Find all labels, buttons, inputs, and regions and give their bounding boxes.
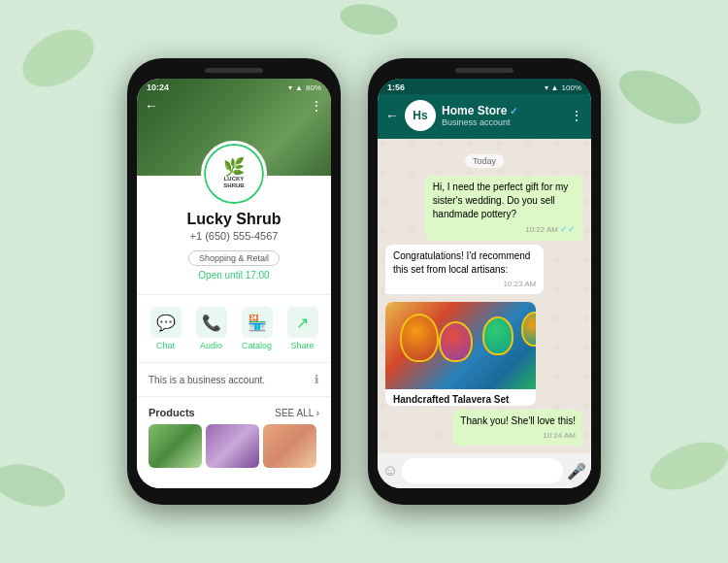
profile-circle-wrap: 🌿 LUCKYSHRUB — [201, 141, 267, 207]
chat-action-label: Chat — [156, 341, 175, 350]
svg-point-4 — [338, 0, 400, 39]
product-card-image — [385, 302, 536, 389]
outgoing-message-2-text: Thank you! She'll love this! — [460, 415, 576, 426]
product-card-title: Handcrafted Talavera Set — [393, 394, 528, 405]
svg-point-2 — [0, 457, 70, 513]
right-status-icons: ▾ ▲ 100% — [545, 83, 581, 92]
incoming-message-1: Congratulations! I'd recommend this set … — [385, 245, 544, 294]
business-name: Lucky Shrub — [137, 211, 331, 228]
pottery-1 — [400, 314, 439, 362]
chat-header-sub: Business account — [442, 117, 564, 127]
info-icon[interactable]: ℹ — [314, 373, 319, 386]
left-phone-screen: 10:24 ▾ ▲ 80% ← ⋮ 🌿 LUCKYSHRU — [137, 79, 331, 488]
left-phone: 10:24 ▾ ▲ 80% ← ⋮ 🌿 LUCKYSHRU — [127, 58, 341, 505]
business-note-text: This is a business account. — [149, 375, 265, 385]
chat-back-icon[interactable]: ← — [385, 108, 399, 123]
product-thumb-3[interactable] — [263, 424, 316, 468]
audio-action-icon: 📞 — [196, 307, 227, 338]
chat-header-info: Home Store ✓ Business account — [442, 104, 564, 127]
share-action-label: Share — [290, 341, 314, 350]
logo-text: LUCKYSHRUB — [223, 176, 244, 189]
emoji-icon[interactable]: ☺ — [382, 462, 398, 480]
action-buttons: 💬 Chat 📞 Audio 🏪 Catalog ↗ — [137, 299, 331, 358]
share-action-btn[interactable]: ↗ Share — [287, 307, 318, 350]
r-battery-label: 100% — [562, 83, 581, 92]
category-badge: Shopping & Retail — [188, 250, 280, 266]
products-header: Products SEE ALL › — [149, 407, 319, 418]
left-time: 10:24 — [147, 83, 169, 92]
chat-header-row: ← Hs Home Store ✓ Business account ⋮ — [378, 94, 591, 139]
date-badge-text: Today — [465, 154, 504, 168]
business-category: Shopping & Retail — [137, 248, 331, 266]
chat-header: 1:56 ▾ ▲ 100% ← Hs Home Store — [378, 79, 591, 139]
chat-body: Today Hi, I need the perfect gift for my… — [378, 139, 591, 453]
catalog-action-icon: 🏪 — [242, 307, 273, 338]
signal-icon: ▲ — [295, 83, 303, 92]
see-all-link[interactable]: SEE ALL › — [275, 408, 319, 418]
outgoing-message-1-time: 10:22 AM ✓✓ — [433, 223, 576, 236]
chat-avatar: Hs — [405, 100, 436, 131]
products-section: Products SEE ALL › — [137, 401, 331, 474]
pottery-4 — [521, 312, 536, 347]
share-action-icon: ↗ — [287, 307, 318, 338]
chat-action-icon: 💬 — [150, 307, 182, 338]
profile-circle: 🌿 LUCKYSHRUB — [201, 141, 267, 207]
right-time: 1:56 — [387, 83, 405, 92]
divider-1 — [137, 294, 331, 295]
right-status-bar: 1:56 ▾ ▲ 100% — [378, 79, 591, 94]
audio-action-btn[interactable]: 📞 Audio — [196, 307, 227, 350]
right-phone-screen: 1:56 ▾ ▲ 100% ← Hs Home Store — [378, 79, 591, 488]
pottery-3 — [482, 316, 513, 355]
product-thumb-2[interactable] — [206, 424, 259, 468]
left-status-bar: 10:24 ▾ ▲ 80% — [137, 79, 331, 96]
chat-more-icon[interactable]: ⋮ — [570, 108, 583, 123]
product-thumbs — [149, 424, 319, 468]
svg-point-0 — [13, 17, 104, 98]
chat-input-bar: ☺ 🎤 — [378, 453, 591, 488]
product-thumb-1[interactable] — [149, 424, 202, 468]
chat-action-btn[interactable]: 💬 Chat — [150, 307, 182, 350]
pottery-decoration — [385, 302, 536, 389]
right-phone: 1:56 ▾ ▲ 100% ← Hs Home Store — [368, 58, 601, 505]
more-options-icon[interactable]: ⋮ — [310, 98, 323, 114]
divider-2 — [137, 362, 331, 363]
product-card[interactable]: Handcrafted Talavera Set An authentic, 3… — [385, 302, 536, 406]
products-title: Products — [149, 407, 195, 418]
business-hours: Open until 17:00 — [137, 270, 331, 281]
business-phone: +1 (650) 555-4567 — [137, 230, 331, 242]
read-receipt-icon: ✓✓ — [560, 223, 576, 236]
catalog-action-btn[interactable]: 🏪 Catalog — [242, 307, 273, 350]
verified-icon: ✓ — [510, 106, 517, 116]
pottery-2 — [439, 321, 473, 362]
incoming-message-1-text: Congratulations! I'd recommend this set … — [393, 250, 530, 275]
business-note: This is a business account. ℹ — [137, 367, 331, 392]
battery-label: 80% — [306, 83, 321, 92]
catalog-action-label: Catalog — [242, 341, 272, 350]
outgoing-message-1-text: Hi, I need the perfect gift for my siste… — [433, 182, 569, 219]
plant-icon: 🌿 — [223, 158, 245, 176]
chat-business-name: Home Store — [442, 104, 507, 117]
svg-point-1 — [612, 59, 709, 135]
chat-header-name: Home Store ✓ — [442, 104, 564, 117]
outgoing-message-2-time: 10:24 AM — [460, 430, 576, 441]
right-phone-speaker — [455, 68, 513, 73]
back-arrow-icon[interactable]: ← — [145, 98, 158, 114]
profile-header-bg: 10:24 ▾ ▲ 80% ← ⋮ 🌿 LUCKYSHRU — [137, 79, 331, 176]
date-badge: Today — [385, 150, 583, 168]
left-body: Lucky Shrub +1 (650) 555-4567 Shopping &… — [137, 176, 331, 488]
product-card-info: Handcrafted Talavera Set An authentic, 3… — [385, 389, 536, 406]
business-logo: 🌿 LUCKYSHRUB — [204, 144, 264, 204]
r-wifi-icon: ▾ — [545, 83, 548, 92]
chat-input-field[interactable] — [402, 458, 563, 483]
outgoing-message-2: Thank you! She'll love this! 10:24 AM — [452, 410, 583, 446]
left-status-icons: ▾ ▲ 80% — [288, 83, 321, 92]
mic-icon[interactable]: 🎤 — [567, 462, 586, 480]
left-phone-speaker — [205, 68, 263, 73]
r-signal-icon: ▲ — [551, 83, 559, 92]
audio-action-label: Audio — [200, 341, 222, 350]
svg-point-3 — [644, 433, 728, 499]
wifi-icon: ▾ — [288, 83, 292, 92]
divider-3 — [137, 396, 331, 397]
outgoing-message-1: Hi, I need the perfect gift for my siste… — [425, 176, 583, 241]
incoming-message-1-time: 10:23 AM — [393, 279, 536, 289]
